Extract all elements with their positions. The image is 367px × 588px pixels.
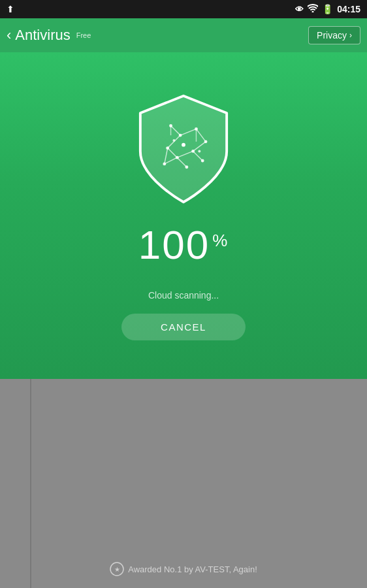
scanning-status-text: Cloud scanning... (148, 290, 219, 301)
svg-point-25 (198, 150, 200, 152)
nav-bar: ‹ Antivirus Free Privacy › (0, 18, 367, 52)
award-banner: ★ Awarded No.1 by AV-TEST, Again! (110, 562, 257, 576)
privacy-arrow: › (349, 31, 352, 40)
status-right-icons: 👁 🔋 04:15 (295, 4, 360, 14)
bottom-gray-area: ★ Awarded No.1 by AV-TEST, Again! (0, 379, 367, 588)
app-title-free: Free (76, 31, 91, 39)
privacy-label: Privacy (317, 30, 347, 41)
svg-point-23 (182, 143, 185, 147)
time-display: 04:15 (337, 4, 360, 14)
shield-container (131, 91, 236, 208)
svg-text:★: ★ (114, 566, 120, 573)
award-icon: ★ (110, 562, 124, 576)
usb-icon: ⬆ (7, 4, 14, 14)
nav-left: ‹ Antivirus Free (7, 27, 91, 44)
battery-icon: 🔋 (322, 4, 333, 14)
award-text-label: Awarded No.1 by AV-TEST, Again! (128, 564, 257, 574)
scan-percentage: 100 % (138, 221, 229, 268)
percent-sign: % (212, 231, 229, 251)
svg-point-24 (172, 139, 175, 142)
back-button[interactable]: ‹ (7, 28, 11, 42)
status-bar: ⬆ 👁 🔋 04:15 (0, 0, 367, 18)
main-scan-area: 100 % Cloud scanning... CANCEL (0, 52, 367, 379)
eye-icon: 👁 (295, 5, 304, 14)
percentage-number: 100 (138, 221, 210, 268)
app-title: Antivirus (15, 27, 70, 44)
shield-icon (131, 91, 236, 208)
status-left-icons: ⬆ (7, 4, 14, 14)
privacy-button[interactable]: Privacy › (308, 26, 360, 44)
cancel-button[interactable]: CANCEL (121, 314, 246, 340)
wifi-icon (308, 4, 318, 14)
